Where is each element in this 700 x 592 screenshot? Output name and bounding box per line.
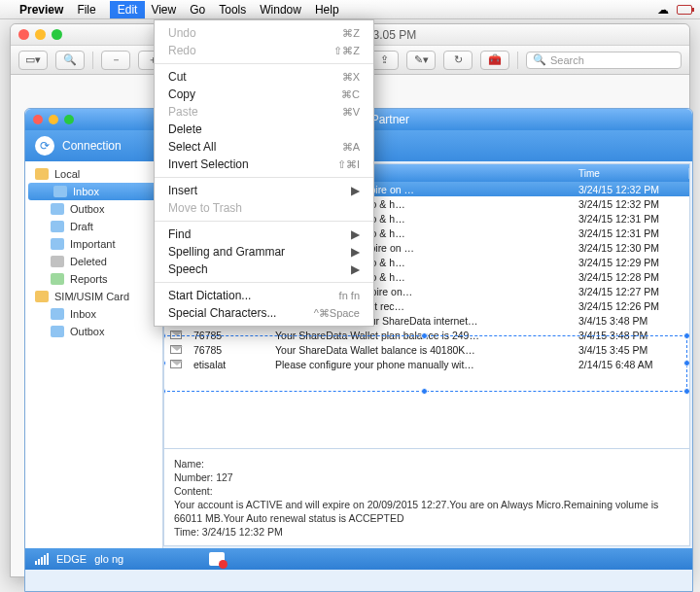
message-preview: Your ShareData Wallet plan balance is 24… — [269, 330, 573, 341]
sidebar: Local Inbox Outbox Draft Important Delet… — [25, 161, 163, 548]
folder-icon — [35, 168, 49, 180]
connection-icon[interactable]: ⟳ — [35, 136, 54, 156]
sidebar-item-important[interactable]: Important — [25, 235, 162, 253]
highlight-button[interactable]: ✎▾ — [406, 51, 436, 70]
menu-item-insert[interactable]: Insert▶ — [155, 182, 373, 199]
message-row[interactable]: etisalatPlease configure your phone manu… — [164, 357, 689, 371]
message-preview: Your ShareData Wallet balance is 40180K… — [269, 344, 573, 356]
mp-window-controls — [33, 115, 74, 124]
menu-edit[interactable]: Edit — [110, 1, 146, 18]
message-preview: Please configure your phone manually wit… — [269, 359, 573, 370]
sidebar-item-inbox[interactable]: Inbox — [28, 183, 159, 200]
sms-error-icon[interactable] — [209, 552, 225, 566]
col-time[interactable]: Time — [573, 168, 689, 179]
menu-item-spelling-and-grammar[interactable]: Spelling and Grammar▶ — [155, 243, 373, 261]
message-time: 3/24/15 12:28 PM — [573, 271, 689, 283]
sidebar-root-sim[interactable]: SIM/USIM Card — [25, 288, 162, 305]
message-time: 3/24/15 12:26 PM — [573, 300, 689, 312]
message-time: 3/24/15 12:30 PM — [573, 242, 689, 254]
folder-icon — [35, 291, 49, 302]
message-number: etisalat — [188, 359, 269, 370]
mp-minimize-button[interactable] — [49, 115, 58, 124]
sidebar-item-reports[interactable]: Reports — [25, 270, 162, 288]
message-time: 3/24/15 12:31 PM — [573, 213, 689, 225]
trash-icon — [51, 256, 64, 267]
edit-dropdown: Undo⌘ZRedo⇧⌘ZCut⌘XCopy⌘CPaste⌘VDeleteSel… — [154, 19, 374, 327]
reports-icon — [51, 273, 64, 285]
minimize-button[interactable] — [35, 29, 46, 40]
menu-item-delete[interactable]: Delete — [155, 121, 373, 138]
envelope-icon — [170, 345, 182, 354]
outbox-icon — [51, 326, 64, 337]
menu-item-find[interactable]: Find▶ — [155, 226, 373, 243]
menu-view[interactable]: View — [151, 3, 176, 17]
menu-item-cut[interactable]: Cut⌘X — [155, 68, 373, 86]
menu-item-paste: Paste⌘V — [155, 103, 373, 121]
window-controls — [18, 29, 62, 40]
detail-number-label: Number: — [174, 471, 213, 483]
sidebar-root-local[interactable]: Local — [25, 165, 162, 183]
separator — [92, 52, 93, 69]
detail-content: Your account is ACTIVE and will expire o… — [174, 498, 680, 525]
cloud-icon[interactable]: ☁︎ — [657, 3, 669, 17]
message-time: 3/24/15 12:32 PM — [573, 184, 689, 195]
battery-icon[interactable] — [677, 5, 692, 15]
outbox-icon — [51, 203, 64, 215]
search-placeholder: Search — [550, 54, 584, 66]
sidebar-item-draft[interactable]: Draft — [25, 218, 162, 235]
sidebar-item-sim-inbox[interactable]: Inbox — [25, 305, 162, 323]
sidebar-item-outbox[interactable]: Outbox — [25, 200, 162, 218]
detail-time-label: Time: — [174, 526, 199, 538]
detail-number: 127 — [216, 471, 233, 483]
message-row[interactable]: 76785Your ShareData Wallet plan balance … — [164, 328, 689, 342]
menu-item-invert-selection[interactable]: Invert Selection⇧⌘I — [155, 156, 373, 173]
message-time: 3/4/15 3:45 PM — [573, 344, 689, 356]
envelope-icon — [170, 360, 182, 368]
status-bar: EDGE glo ng — [25, 548, 692, 570]
menu-window[interactable]: Window — [260, 3, 301, 17]
mp-close-button[interactable] — [33, 115, 43, 124]
menu-item-move-to-trash: Move to Trash — [155, 199, 373, 217]
markup-button[interactable]: 🧰 — [480, 51, 509, 70]
app-name[interactable]: Preview — [19, 3, 63, 17]
menu-item-special-characters-[interactable]: Special Characters...^⌘Space — [155, 304, 373, 322]
operator: glo ng — [94, 553, 123, 565]
mp-zoom-button[interactable] — [64, 115, 74, 124]
detail-name-label: Name: — [174, 458, 204, 470]
important-icon — [51, 238, 64, 250]
draft-icon — [51, 221, 64, 232]
inbox-icon — [51, 308, 64, 320]
menu-item-copy[interactable]: Copy⌘C — [155, 86, 373, 103]
menu-help[interactable]: Help — [315, 3, 339, 17]
menu-go[interactable]: Go — [190, 3, 205, 17]
menu-item-select-all[interactable]: Select All⌘A — [155, 138, 373, 156]
search-input[interactable]: 🔍 Search — [526, 52, 682, 69]
zoom-out-button[interactable]: － — [101, 51, 130, 70]
menu-item-speech[interactable]: Speech▶ — [155, 261, 373, 278]
sidebar-toggle-button[interactable]: ▭▾ — [18, 51, 48, 70]
zoom-fit-button[interactable]: 🔍 — [55, 51, 85, 70]
separator — [517, 52, 518, 69]
inbox-icon — [53, 186, 67, 197]
message-row[interactable]: 76785Your ShareData Wallet balance is 40… — [164, 342, 689, 357]
close-button[interactable] — [18, 29, 29, 40]
search-icon: 🔍 — [533, 53, 546, 66]
rotate-button[interactable]: ↻ — [443, 51, 472, 70]
menu-item-undo: Undo⌘Z — [155, 24, 373, 42]
sidebar-item-sim-outbox[interactable]: Outbox — [25, 323, 162, 340]
menu-item-redo: Redo⇧⌘Z — [155, 42, 373, 59]
zoom-button[interactable] — [52, 29, 62, 40]
menu-tools[interactable]: Tools — [219, 3, 246, 17]
message-time: 3/24/15 12:29 PM — [573, 257, 689, 268]
menu-item-start-dictation-[interactable]: Start Dictation...fn fn — [155, 287, 373, 304]
detail-time: 3/24/15 12:32 PM — [202, 526, 283, 538]
message-time: 2/14/15 6:48 AM — [573, 359, 689, 370]
sidebar-item-deleted[interactable]: Deleted — [25, 253, 162, 270]
menu-file[interactable]: File — [77, 3, 95, 17]
message-time: 3/4/15 3:48 PM — [573, 315, 689, 327]
network-type: EDGE — [56, 553, 87, 565]
mac-menubar: Preview File Edit View Go Tools Window H… — [0, 0, 700, 19]
connection-label[interactable]: Connection — [62, 139, 122, 153]
detail-pane: Name: Number: 127 Content: Your account … — [164, 448, 689, 545]
message-time: 3/24/15 12:31 PM — [573, 227, 689, 239]
